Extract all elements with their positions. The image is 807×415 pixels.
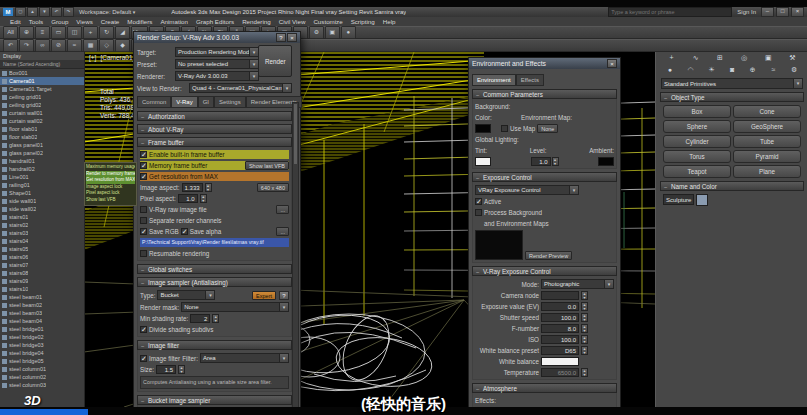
rollout-exposure-control[interactable]: Exposure Control bbox=[472, 172, 617, 182]
close-icon[interactable]: × bbox=[607, 59, 617, 68]
scene-object-row[interactable]: stairs05 bbox=[0, 245, 84, 253]
scene-object-row[interactable]: steel bridge02 bbox=[0, 333, 84, 341]
explorer-display-menu[interactable]: Display bbox=[0, 52, 84, 60]
image-filter-checkbox[interactable] bbox=[140, 355, 147, 362]
scene-object-row[interactable]: steel beam02 bbox=[0, 301, 84, 309]
object-color-swatch[interactable] bbox=[696, 194, 708, 206]
scene-object-row[interactable]: stairs02 bbox=[0, 221, 84, 229]
expert-mode-button[interactable]: Expert bbox=[252, 291, 276, 300]
scene-object-row[interactable]: steel beam03 bbox=[0, 309, 84, 317]
scene-object-row[interactable]: Camera01.Target bbox=[0, 85, 84, 93]
param-spinner[interactable] bbox=[581, 313, 588, 322]
save-file-icon[interactable]: ▼ bbox=[39, 7, 50, 17]
button-teapot[interactable]: Teapot bbox=[663, 165, 731, 178]
undo-icon[interactable]: ↶ bbox=[3, 39, 18, 52]
button-cone[interactable]: Cone bbox=[733, 105, 801, 118]
menu-tools[interactable]: Tools bbox=[25, 17, 47, 26]
menu-modifiers[interactable]: Modifiers bbox=[123, 17, 156, 26]
rollout-atmosphere[interactable]: Atmosphere bbox=[472, 383, 617, 393]
scene-object-row[interactable]: handrail02 bbox=[0, 165, 84, 173]
bind-to-spacewarp-icon[interactable]: ≈ bbox=[67, 39, 82, 52]
scene-object-row[interactable]: curtain wall01 bbox=[0, 109, 84, 117]
scene-object-row[interactable]: steel bridge01 bbox=[0, 325, 84, 333]
filter-size-spinner[interactable] bbox=[178, 365, 185, 374]
menu-rendering[interactable]: Rendering bbox=[238, 17, 275, 26]
environment-map-button[interactable]: None bbox=[537, 124, 558, 133]
output-path[interactable]: P:\Technical Support\Vray\Render files\l… bbox=[140, 238, 289, 247]
tab-vray[interactable]: V-Ray bbox=[171, 96, 197, 108]
spacewarps-category-icon[interactable]: ≈ bbox=[764, 64, 784, 76]
memory-vfb-checkbox[interactable] bbox=[140, 162, 147, 169]
scene-object-row[interactable]: glass panel02 bbox=[0, 149, 84, 157]
param-spinner[interactable] bbox=[581, 302, 588, 311]
primitives-dropdown[interactable]: Standard Primitives bbox=[661, 78, 803, 89]
param-field[interactable]: 100.0 bbox=[541, 335, 579, 344]
image-aspect-field[interactable]: 1.333 bbox=[182, 183, 203, 192]
redo-icon[interactable]: ↷ bbox=[63, 7, 74, 17]
help-icon[interactable]: ? bbox=[276, 33, 286, 42]
menu-civil-view[interactable]: Civil View bbox=[275, 17, 310, 26]
scene-object-row[interactable]: steel bridge05 bbox=[0, 357, 84, 365]
scene-object-row[interactable]: stairs01 bbox=[0, 213, 84, 221]
param-field[interactable] bbox=[541, 291, 579, 300]
cameras-category-icon[interactable]: ◙ bbox=[722, 64, 742, 76]
background-color-swatch[interactable] bbox=[475, 124, 491, 133]
sampler-type-dropdown[interactable]: Bucket bbox=[157, 290, 215, 300]
use-map-checkbox[interactable] bbox=[501, 125, 508, 132]
tab-settings[interactable]: Settings bbox=[214, 96, 246, 108]
render-production-icon[interactable]: ● bbox=[341, 26, 356, 39]
render-setup-titlebar[interactable]: Render Setup: V-Ray Adv 3.00.03 ? × bbox=[134, 32, 300, 43]
scene-object-row[interactable]: stairs09 bbox=[0, 277, 84, 285]
target-dropdown[interactable]: Production Rendering Mode bbox=[175, 47, 259, 57]
scene-object-row[interactable]: steel column02 bbox=[0, 373, 84, 381]
button-cylinder[interactable]: Cylinder bbox=[663, 135, 731, 148]
viewport-plus-menu[interactable]: [+] bbox=[89, 54, 96, 61]
resumable-checkbox[interactable] bbox=[140, 250, 147, 257]
grid-toggle-icon[interactable]: ▦ bbox=[83, 39, 98, 52]
select-by-name-icon[interactable]: ≡ bbox=[35, 26, 50, 39]
sign-in-link[interactable]: Sign In bbox=[737, 9, 756, 15]
scene-object-row[interactable]: ceiling grid01 bbox=[0, 93, 84, 101]
button-torus[interactable]: Torus bbox=[663, 150, 731, 163]
maximize-button[interactable]: □ bbox=[776, 7, 789, 17]
temperature-spinner[interactable] bbox=[581, 368, 588, 377]
workspace-dropdown[interactable]: Workspace: Default bbox=[79, 9, 135, 15]
scene-object-row[interactable]: steel bridge03 bbox=[0, 341, 84, 349]
filter-dropdown[interactable]: Area bbox=[200, 353, 289, 363]
button-sphere[interactable]: Sphere bbox=[663, 120, 731, 133]
scene-object-row[interactable]: side wall01 bbox=[0, 197, 84, 205]
render-mask-dropdown[interactable]: None bbox=[181, 302, 289, 312]
rendered-frame-window-icon[interactable]: ▣ bbox=[325, 26, 340, 39]
rollout-global-switches[interactable]: Global switches bbox=[137, 264, 292, 274]
environment-titlebar[interactable]: Environment and Effects × bbox=[469, 58, 620, 69]
scene-object-row[interactable]: ceiling grid02 bbox=[0, 101, 84, 109]
get-resolution-checkbox[interactable] bbox=[140, 173, 147, 180]
hierarchy-tab-icon[interactable]: ⊞ bbox=[708, 52, 731, 64]
param-field[interactable]: 0.0 bbox=[541, 302, 579, 311]
select-object-icon[interactable]: ⊕ bbox=[19, 26, 34, 39]
image-aspect-spinner[interactable] bbox=[205, 183, 212, 192]
menu-group[interactable]: Group bbox=[47, 17, 72, 26]
param-spinner[interactable] bbox=[581, 335, 588, 344]
exposure-active-checkbox[interactable] bbox=[475, 198, 482, 205]
menu-help[interactable]: Help bbox=[379, 17, 400, 26]
rollout-authorization[interactable]: Authorization bbox=[137, 111, 292, 121]
select-and-move-icon[interactable]: + bbox=[83, 26, 98, 39]
rectangular-selection-icon[interactable]: ▭ bbox=[51, 26, 66, 39]
scene-object-row[interactable]: glass panel01 bbox=[0, 141, 84, 149]
geometry-category-icon[interactable]: ● bbox=[660, 64, 680, 76]
scene-object-row[interactable]: Camera01 bbox=[0, 77, 84, 85]
channels-browse-button[interactable]: ... bbox=[276, 227, 289, 236]
modify-tab-icon[interactable]: ∿ bbox=[684, 52, 707, 64]
select-and-scale-icon[interactable]: ◢ bbox=[115, 26, 130, 39]
raw-file-checkbox[interactable] bbox=[140, 206, 147, 213]
scene-object-row[interactable]: Shape01 bbox=[0, 189, 84, 197]
rollout-frame-buffer[interactable]: Frame buffer bbox=[137, 137, 292, 147]
scene-object-row[interactable]: Box001 bbox=[0, 69, 84, 77]
min-shading-field[interactable]: 2 bbox=[190, 314, 210, 323]
systems-category-icon[interactable]: ⚙ bbox=[784, 64, 804, 76]
menu-edit[interactable]: Edit bbox=[6, 17, 25, 26]
resolution-preset-button[interactable]: 640 x 480 bbox=[257, 183, 289, 192]
tint-swatch[interactable] bbox=[475, 157, 491, 166]
tab-effects[interactable]: Effects bbox=[516, 74, 544, 86]
